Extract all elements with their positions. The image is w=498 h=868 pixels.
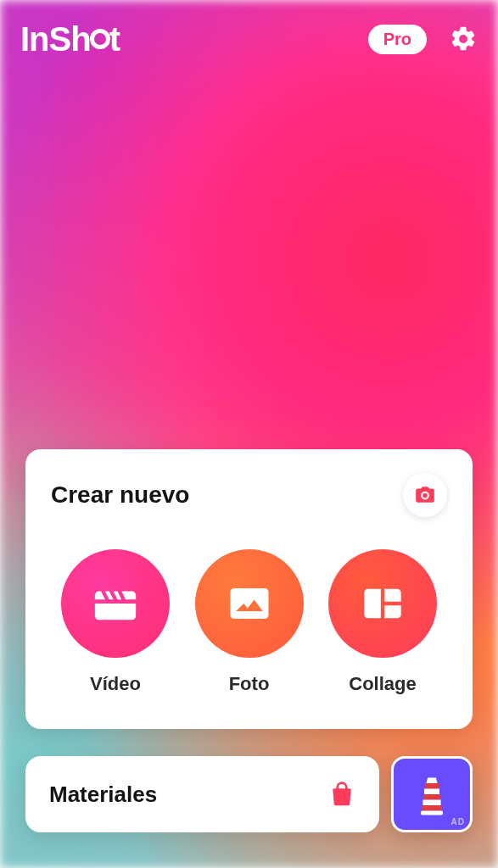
create-collage-button[interactable]: Collage (323, 549, 442, 695)
materials-card[interactable]: Materiales (25, 756, 379, 832)
materials-title: Materiales (49, 782, 328, 808)
top-bar: InSht Pro (0, 0, 498, 78)
collage-label: Collage (349, 673, 416, 695)
photo-circle (195, 549, 304, 658)
gear-icon[interactable] (449, 25, 478, 53)
svg-rect-2 (423, 794, 440, 800)
create-header: Crear nuevo (51, 473, 447, 517)
svg-rect-5 (421, 811, 443, 815)
video-circle (61, 549, 170, 658)
create-video-button[interactable]: Vídeo (56, 549, 175, 695)
svg-rect-4 (422, 805, 442, 811)
create-new-card: Crear nuevo Vídeo (25, 449, 473, 729)
app-logo: InSht (20, 20, 120, 58)
svg-rect-3 (422, 800, 440, 806)
photo-label: Foto (229, 673, 270, 695)
collage-circle (328, 549, 437, 658)
camera-button[interactable] (403, 473, 447, 517)
video-label: Vídeo (90, 673, 141, 695)
lighthouse-icon (415, 772, 449, 816)
camera-icon (414, 484, 436, 506)
logo-o-ring (90, 29, 110, 49)
clapper-icon (91, 579, 140, 628)
svg-rect-1 (424, 789, 439, 795)
ad-label: AD (451, 817, 465, 826)
create-photo-button[interactable]: Foto (190, 549, 309, 695)
pro-button[interactable]: Pro (368, 25, 427, 54)
ad-button[interactable]: AD (391, 756, 473, 832)
collage-icon (361, 581, 405, 626)
shopping-bag-icon (328, 781, 355, 808)
photo-icon (227, 581, 272, 626)
svg-rect-0 (425, 783, 439, 789)
home-screen: InSht Pro Crear nuevo (0, 0, 498, 868)
create-title: Crear nuevo (51, 481, 189, 509)
create-actions-row: Vídeo Foto Collage (51, 549, 447, 695)
